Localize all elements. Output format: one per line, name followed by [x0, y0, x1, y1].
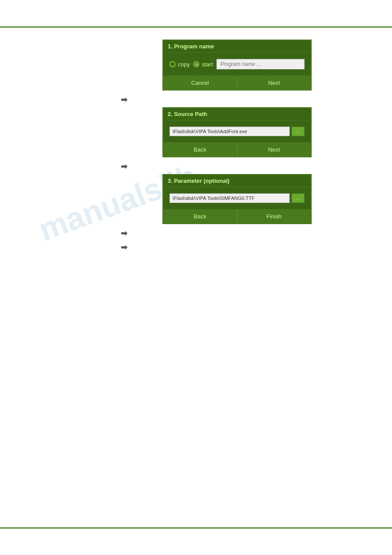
dialog3-footer: Back Finish: [163, 209, 311, 223]
arrow3-icon: ➡: [121, 229, 127, 238]
dialog1-next-button[interactable]: Next: [237, 76, 311, 90]
arrow1-row: ➡: [121, 95, 374, 105]
dialog2-body: ...: [163, 120, 311, 142]
dialog1-cancel-button[interactable]: Cancel: [163, 76, 237, 90]
arrow4-row: ➡: [121, 243, 374, 252]
radio-copy[interactable]: copy: [169, 61, 190, 68]
dialog-source-path: 2. Source Path ... Back Next: [162, 107, 312, 157]
radio-start[interactable]: start: [193, 61, 212, 68]
radio-start-outer: [193, 61, 199, 67]
dialog3-path-row: ...: [168, 191, 306, 206]
source-path-input[interactable]: [169, 127, 290, 136]
radio-start-label: start: [201, 61, 212, 68]
program-name-row: copy start: [168, 56, 306, 72]
program-name-input[interactable]: [216, 59, 305, 69]
dialog3-back-button[interactable]: Back: [163, 210, 237, 223]
dialogs-container: 1. Program name copy start: [162, 40, 374, 252]
arrow2-row: ➡: [121, 162, 374, 171]
dialog3-title: 3. Parameter (optional): [163, 175, 311, 187]
arrow2-icon: ➡: [121, 162, 127, 171]
bottom-border: [0, 527, 392, 529]
source-path-browse-button[interactable]: ...: [291, 127, 305, 136]
radio-copy-label: copy: [178, 61, 190, 68]
dialog2-path-row: ...: [168, 124, 306, 139]
dialog-parameter: 3. Parameter (optional) ... Back Finish: [162, 174, 312, 224]
dialog1-footer: Cancel Next: [163, 76, 311, 90]
dialog1-title: 1. Program name: [163, 40, 311, 53]
radio-start-inner: [195, 63, 198, 66]
dialog1-body: copy start: [163, 53, 311, 76]
parameter-path-input[interactable]: [169, 193, 290, 203]
parameter-browse-button[interactable]: ...: [291, 193, 305, 203]
dialog2-next-button[interactable]: Next: [237, 143, 311, 156]
radio-copy-outer: [169, 61, 176, 67]
dialog2-back-button[interactable]: Back: [163, 143, 237, 156]
dialog2-title: 2. Source Path: [163, 108, 311, 120]
arrow3-row: ➡: [121, 229, 374, 238]
dialog3-finish-button[interactable]: Finish: [237, 210, 311, 223]
arrow4-icon: ➡: [121, 243, 127, 252]
arrow1-icon: ➡: [121, 95, 127, 105]
dialog3-body: ...: [163, 187, 311, 209]
dialog-program-name: 1. Program name copy start: [162, 40, 312, 91]
dialog2-footer: Back Next: [163, 142, 311, 156]
